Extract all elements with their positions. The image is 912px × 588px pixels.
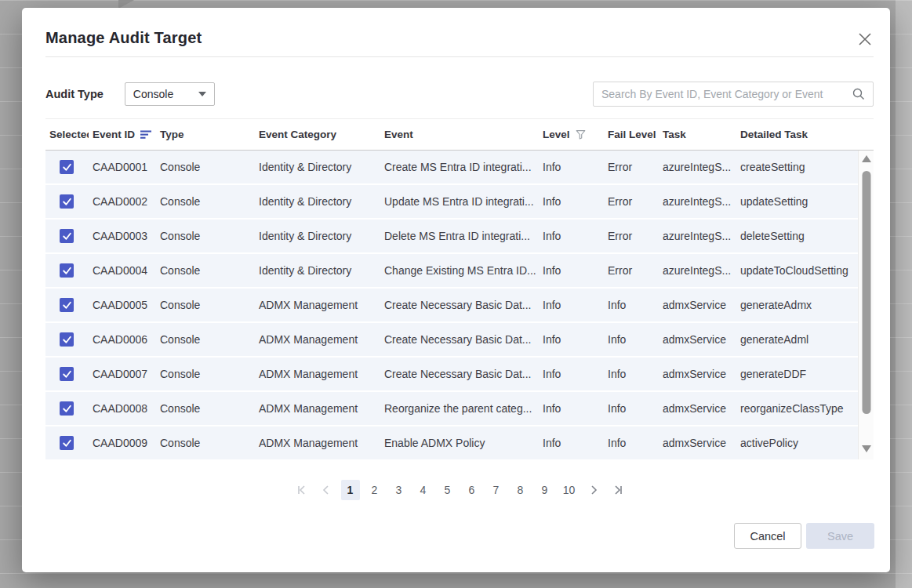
cell-fail_level: Info: [604, 402, 659, 415]
cell-event_category: ADMX Management: [255, 368, 380, 380]
cell-fail_level: Info: [604, 299, 659, 311]
cell-event: Create Necessary Basic Dat...: [380, 333, 539, 346]
backdrop-right-strip: [896, 0, 912, 588]
cell-task: azureIntegS...: [659, 161, 736, 173]
page-number-3[interactable]: 3: [390, 480, 409, 500]
audit-type-select[interactable]: Console: [125, 82, 215, 106]
save-button[interactable]: Save: [806, 523, 874, 549]
cell-event_category: Identity & Directory: [255, 161, 380, 173]
cell-selected: [45, 367, 89, 381]
cell-level: Info: [539, 299, 604, 311]
cell-selected: [45, 263, 89, 278]
table-row: CAAD0003ConsoleIdentity & DirectoryDelet…: [45, 220, 858, 252]
row-checkbox[interactable]: [60, 229, 74, 243]
cell-type: Console: [156, 230, 255, 242]
audit-type-group: Audit Type Console: [45, 82, 215, 106]
table-row: CAAD0009ConsoleADMX ManagementEnable ADM…: [45, 426, 858, 459]
cell-task: azureIntegS...: [659, 230, 736, 242]
cell-detailed_task: generateAdmx: [736, 299, 858, 311]
page-number-7[interactable]: 7: [487, 480, 506, 500]
row-checkbox[interactable]: [60, 263, 74, 278]
column-header-detailed_task: Detailed Task: [736, 129, 874, 140]
close-icon[interactable]: [856, 30, 874, 49]
column-label: Level: [543, 129, 570, 140]
cell-event: Enable ADMX Policy: [380, 437, 539, 449]
cell-task: admxService: [659, 333, 736, 346]
dialog-footer: Cancel Save: [734, 523, 874, 549]
table-scrollbar[interactable]: [858, 151, 874, 459]
page-previous-icon[interactable]: [317, 480, 336, 500]
cell-event: Delete MS Entra ID integrati...: [380, 230, 539, 242]
table-row: CAAD0006ConsoleADMX ManagementCreate Nec…: [45, 323, 858, 356]
page-number-6[interactable]: 6: [463, 480, 481, 500]
cell-event_category: ADMX Management: [255, 402, 380, 415]
table-row: CAAD0002ConsoleIdentity & DirectoryUpdat…: [45, 185, 858, 218]
cell-event: Create MS Entra ID integrati...: [380, 161, 539, 173]
column-label: Detailed Task: [740, 129, 808, 140]
page-next-icon[interactable]: [584, 480, 603, 500]
audit-events-table: SelectedEvent IDTypeEvent CategoryEventL…: [45, 118, 874, 459]
page-number-5[interactable]: 5: [438, 480, 457, 500]
cell-event_id: CAAD0008: [89, 402, 156, 415]
cell-detailed_task: createSetting: [736, 161, 858, 173]
scroll-up-arrow-icon[interactable]: [862, 155, 871, 162]
cell-event: Create Necessary Basic Dat...: [380, 368, 539, 380]
page-number-8[interactable]: 8: [511, 480, 530, 500]
cell-detailed_task: updateToCloudSetting: [736, 264, 858, 277]
cell-event_id: CAAD0005: [89, 299, 156, 311]
cell-selected: [45, 160, 89, 174]
table-body: CAAD0001ConsoleIdentity & DirectoryCreat…: [45, 151, 858, 459]
cell-selected: [45, 298, 89, 312]
cell-detailed_task: generateDDF: [736, 368, 858, 380]
cell-event: Reorganize the parent categ...: [380, 402, 539, 415]
cell-level: Info: [539, 368, 604, 380]
row-checkbox[interactable]: [60, 194, 74, 209]
row-checkbox[interactable]: [60, 401, 74, 416]
row-checkbox[interactable]: [60, 160, 74, 174]
page-number-9[interactable]: 9: [536, 480, 554, 500]
row-checkbox[interactable]: [60, 298, 74, 312]
row-checkbox[interactable]: [60, 332, 74, 347]
sort-icon[interactable]: [140, 129, 152, 140]
page-number-1[interactable]: 1: [341, 480, 360, 500]
cell-event: Change Existing MS Entra ID...: [380, 264, 539, 277]
cancel-button[interactable]: Cancel: [734, 523, 801, 549]
cell-level: Info: [539, 333, 604, 346]
cell-event_category: Identity & Directory: [255, 195, 380, 208]
chevron-down-icon: [198, 92, 206, 96]
cell-level: Info: [539, 437, 604, 449]
cell-type: Console: [156, 264, 255, 277]
page-number-2[interactable]: 2: [365, 480, 384, 500]
cell-level: Info: [539, 402, 604, 415]
cell-event_id: CAAD0006: [89, 333, 156, 346]
audit-type-value: Console: [133, 88, 173, 100]
table-row: CAAD0001ConsoleIdentity & DirectoryCreat…: [45, 151, 858, 183]
search-icon[interactable]: [852, 87, 866, 101]
page-first-icon[interactable]: [292, 480, 311, 500]
page-number-10[interactable]: 10: [560, 480, 579, 500]
cell-task: azureIntegS...: [659, 264, 736, 277]
table-row: CAAD0005ConsoleADMX ManagementCreate Nec…: [45, 289, 858, 321]
filter-icon[interactable]: [576, 129, 586, 140]
scrollbar-thumb[interactable]: [862, 171, 870, 414]
column-label: Selected: [49, 129, 89, 140]
cell-fail_level: Info: [604, 333, 659, 346]
cell-level: Info: [539, 264, 604, 277]
cell-selected: [45, 194, 89, 209]
cell-type: Console: [156, 333, 255, 346]
search-input[interactable]: [594, 88, 852, 100]
row-checkbox[interactable]: [60, 436, 74, 450]
row-checkbox[interactable]: [60, 367, 74, 381]
cell-detailed_task: reorganizeClassType: [736, 402, 858, 415]
column-header-task: Task: [659, 129, 736, 140]
scroll-down-arrow-icon[interactable]: [862, 445, 871, 452]
audit-type-label: Audit Type: [45, 88, 104, 100]
page-last-icon[interactable]: [609, 480, 627, 500]
cell-event_id: CAAD0002: [89, 195, 156, 208]
cell-type: Console: [156, 368, 255, 380]
cell-event: Update MS Entra ID integrati...: [380, 195, 539, 208]
cell-task: admxService: [659, 368, 736, 380]
page-number-4[interactable]: 4: [414, 480, 433, 500]
cell-type: Console: [156, 437, 255, 449]
column-header-event: Event: [380, 129, 539, 140]
